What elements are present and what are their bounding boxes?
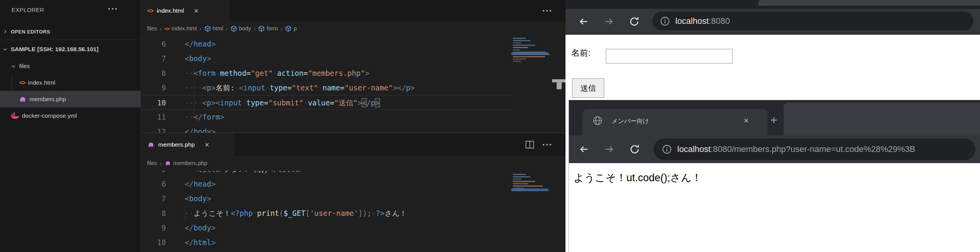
- breadcrumb-item[interactable]: body: [230, 25, 251, 32]
- minimap[interactable]: [511, 35, 548, 133]
- line-number: 9: [141, 80, 166, 95]
- code-editor-index-html[interactable]: 6</head>7<body>8··<form·method="get"·act…: [141, 35, 512, 133]
- minimap-line: [513, 38, 526, 39]
- name-input[interactable]: [606, 49, 733, 63]
- code-segment: <: [185, 194, 189, 203]
- code-segment: さん！: [385, 209, 407, 217]
- docker-file-icon: [10, 111, 19, 120]
- url-path: :8080: [709, 16, 730, 26]
- sidebar-item-docker-compose[interactable]: docker-compose.yml: [0, 107, 141, 124]
- breadcrumb-item[interactable]: form: [258, 25, 278, 32]
- code-segment: ·: [235, 83, 239, 92]
- scrollbar-marker[interactable]: [557, 82, 562, 89]
- breadcrumb-item[interactable]: <>index.html: [164, 25, 197, 32]
- forward-icon[interactable]: [603, 16, 615, 27]
- site-info-icon[interactable]: [660, 16, 670, 26]
- code-segment: =: [287, 83, 292, 92]
- editor-more-actions-icon[interactable]: [542, 10, 552, 12]
- new-tab-button[interactable]: +: [770, 114, 778, 126]
- code-segment: <: [194, 69, 198, 77]
- sidebar-item-folder-files[interactable]: files: [0, 58, 141, 74]
- code-segment: type: [246, 98, 264, 107]
- close-icon[interactable]: ×: [194, 7, 199, 15]
- browser-tab-members[interactable]: メンバー向け ×: [582, 109, 768, 135]
- submit-button[interactable]: 送信: [572, 78, 604, 98]
- editor-more-actions-icon[interactable]: [542, 144, 552, 146]
- split-editor-icon[interactable]: [526, 141, 534, 149]
- line-number: 8: [141, 206, 166, 220]
- breadcrumb-label: members.php: [173, 160, 207, 166]
- sidebar-item-index-html[interactable]: <> index.html: [0, 74, 141, 91]
- project-root-label: SAMPLE [SSH: 192.168.56.101]: [11, 46, 98, 53]
- forward-icon[interactable]: [604, 144, 615, 155]
- code-line[interactable]: 6</head>: [141, 177, 512, 191]
- code-line[interactable]: 7<body>: [141, 51, 512, 66]
- code-segment: </: [397, 83, 406, 92]
- code-segment: "submit": [268, 98, 303, 107]
- code-segment: ··: [185, 209, 194, 217]
- breadcrumb-item[interactable]: html: [204, 25, 223, 32]
- reload-icon[interactable]: [628, 16, 640, 27]
- code-segment: >: [211, 83, 216, 92]
- code-segment: >: [207, 54, 211, 63]
- close-icon[interactable]: ×: [205, 140, 209, 149]
- breadcrumb-item[interactable]: files: [147, 160, 157, 166]
- sidebar-item-members-php[interactable]: members.php: [0, 91, 141, 107]
- line-number: 6: [141, 37, 166, 51]
- tab-index-html[interactable]: <> index.html ×: [141, 0, 229, 22]
- tab-members-php[interactable]: members.php ×: [141, 133, 234, 156]
- php-file-icon: [164, 160, 171, 167]
- code-line[interactable]: 8··<form·method="get"·action="members.ph…: [141, 66, 512, 80]
- url-bar[interactable]: localhost:8080/members.php?user-name=ut.…: [653, 139, 975, 160]
- code-segment: html: [194, 238, 211, 247]
- reload-icon[interactable]: [629, 144, 640, 155]
- close-icon[interactable]: ×: [744, 116, 749, 126]
- breadcrumb-label: body: [239, 25, 251, 32]
- window-edge: [565, 100, 569, 252]
- code-segment: input: [220, 98, 242, 107]
- sidebar-item-open-editors[interactable]: OPEN EDITORS: [0, 25, 141, 38]
- sidebar-item-project-root[interactable]: SAMPLE [SSH: 192.168.56.101]: [0, 41, 141, 57]
- url-bar[interactable]: localhost:8080: [652, 12, 973, 30]
- breadcrumb[interactable]: files›members.php: [147, 156, 562, 170]
- code-line[interactable]: 9····<p>名前:·<input·type="text"·name="use…: [141, 80, 512, 95]
- browser-window-members: メンバー向け × + localhost:8080/members.php?us…: [569, 100, 980, 252]
- scrollbar-marker[interactable]: [552, 79, 565, 82]
- code-line[interactable]: 5··<title>メンバー向け</title>: [141, 171, 512, 177]
- minimap-line: [513, 61, 521, 62]
- code-segment: type: [270, 83, 287, 92]
- code-segment: <: [239, 83, 243, 92]
- code-segment: =: [340, 83, 344, 92]
- minimap-active-line: [511, 52, 548, 55]
- window-drag-area: [784, 103, 980, 135]
- code-line[interactable]: 7<body>: [141, 191, 512, 206]
- line-number: 6: [141, 177, 166, 191]
- code-segment: $_GET: [284, 209, 305, 217]
- breadcrumb-separator: ›: [160, 160, 162, 167]
- code-editor-members-php[interactable]: 5··<title>メンバー向け</title>6</head>7<body>8…: [141, 171, 512, 252]
- minimap-line: [513, 181, 535, 182]
- minimap[interactable]: [511, 171, 548, 252]
- breadcrumb[interactable]: files›<>index.html›html›body›form›p: [147, 22, 562, 35]
- code-segment: >: [211, 98, 216, 107]
- back-icon[interactable]: [578, 16, 589, 27]
- code-segment: =: [330, 98, 334, 107]
- breadcrumb-item[interactable]: members.php: [164, 160, 207, 167]
- code-segment: value: [308, 98, 330, 107]
- code-line[interactable]: 12</body>: [141, 124, 512, 133]
- symbol-cube-icon: [204, 25, 211, 32]
- code-segment: input: [243, 83, 265, 92]
- code-line[interactable]: 10····<p><input·type="submit"·value="送信"…: [141, 95, 512, 110]
- code-line[interactable]: 6</head>: [141, 37, 512, 51]
- explorer-more-icon[interactable]: [108, 8, 117, 10]
- breadcrumb-item[interactable]: p: [285, 25, 297, 32]
- site-info-icon[interactable]: [662, 144, 672, 154]
- breadcrumb-item[interactable]: files: [147, 25, 157, 32]
- code-line[interactable]: 10</html>: [141, 235, 512, 250]
- code-segment: =: [303, 69, 308, 77]
- back-icon[interactable]: [578, 144, 590, 155]
- code-line[interactable]: 8··ようこそ！<?php·print($_GET['user-name']);…: [141, 206, 512, 220]
- code-line[interactable]: 9</body>: [141, 220, 512, 235]
- code-line[interactable]: 11··</form>: [141, 110, 512, 124]
- code-segment: p: [371, 98, 375, 107]
